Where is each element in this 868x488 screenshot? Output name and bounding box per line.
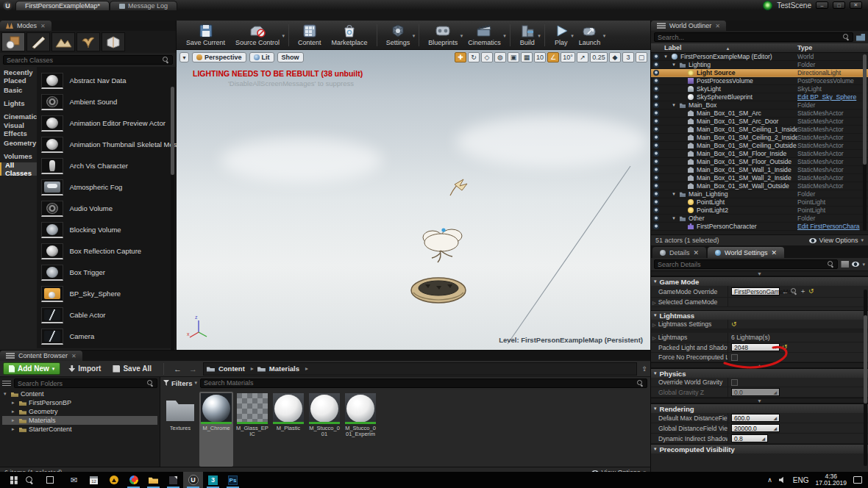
add-filter-icon[interactable] (856, 34, 865, 41)
details-search-input[interactable] (658, 261, 825, 268)
placeable-class-row[interactable]: Box Trigger (41, 262, 189, 283)
actor-type[interactable]: StaticMeshActor (797, 118, 868, 125)
visibility-eye-icon[interactable] (653, 62, 659, 68)
folder-tree-row[interactable]: ▸ FirstPersonBP (2, 398, 157, 407)
outliner-scrollbar-thumb[interactable] (863, 54, 867, 165)
class-thumbnail[interactable] (41, 115, 63, 132)
category-item[interactable]: Lights (0, 96, 37, 110)
outliner-row[interactable]: SkySphereBlueprint Edit BP_Sky_Sphere (651, 93, 868, 101)
volume-icon[interactable] (779, 476, 786, 484)
asset-tile[interactable]: M_Glass_EPIC (235, 392, 269, 467)
browse-icon[interactable] (791, 288, 797, 295)
asset-tile[interactable]: Textures (163, 392, 197, 467)
foliage-mode-button[interactable] (77, 32, 100, 51)
section-collapser[interactable]: ▼ (651, 270, 868, 276)
scale-tool-button[interactable]: ◇ (481, 52, 493, 62)
expand-arrow-icon[interactable]: ▸ (12, 409, 17, 415)
reset-to-default-icon[interactable] (782, 344, 788, 351)
browser-app-button[interactable] (124, 472, 143, 488)
class-thumbnail[interactable] (41, 201, 63, 217)
class-thumbnail[interactable] (41, 286, 63, 302)
outliner-row[interactable]: Main_Box_01_SM_Wall_Outside StaticMeshAc… (651, 182, 868, 190)
visibility-eye-icon[interactable] (653, 223, 659, 229)
actor-type[interactable]: Edit BP_Sky_Sphere (797, 93, 868, 101)
lock-icon[interactable]: ⇪ (641, 365, 647, 373)
modes-tab[interactable]: Modes ✕ (0, 21, 51, 31)
placeable-class-row[interactable]: Abstract Nav Data (41, 70, 189, 91)
expand-arrow-icon[interactable]: ▾ (671, 102, 677, 108)
expand-arrow-icon[interactable]: ▸ (12, 400, 17, 406)
actor-type[interactable]: StaticMeshActor (797, 110, 868, 117)
back-button[interactable]: ← (172, 365, 183, 373)
folder-tree-row[interactable]: ▸ Materials (2, 416, 157, 425)
pivot-point[interactable] (441, 228, 445, 232)
unreal-engine-app-button[interactable]: U (183, 472, 203, 488)
visibility-eye-icon[interactable] (653, 199, 659, 205)
window-tab[interactable]: Message Log (110, 1, 177, 10)
outliner-row[interactable]: Main_Box_01_SM_Floor_Outside StaticMeshA… (651, 158, 868, 166)
marketplace-button[interactable]: Marketplace (327, 21, 373, 49)
game-mode-section-header[interactable]: Game Mode (651, 276, 868, 286)
visibility-eye-icon[interactable] (653, 207, 659, 213)
dynamic-shadows-field[interactable]: 0.8 (731, 434, 768, 442)
notes-app-button[interactable] (163, 472, 183, 488)
actor-type[interactable]: PointLight (797, 198, 868, 206)
asset-tile[interactable]: M_Stucco_001_Experimental (344, 392, 377, 467)
gamemode-override-dropdown[interactable]: FirstPersonGameMo (731, 287, 780, 295)
viewport-options-button[interactable] (179, 52, 189, 62)
asset-thumbnail[interactable] (273, 393, 304, 424)
maximize-button[interactable] (833, 1, 845, 9)
details-tab[interactable]: Details ✕ (652, 247, 706, 258)
outliner-row[interactable]: ▾ FirstPersonExampleMap (Editor) World (651, 53, 868, 61)
angle-snap-button[interactable]: ∠ (547, 52, 559, 62)
category-item[interactable]: Recently Placed (0, 70, 37, 83)
tree-sprite[interactable] (423, 229, 462, 262)
notification-center-icon[interactable] (853, 476, 862, 484)
play-button[interactable]: Play ▾ (549, 21, 574, 49)
forward-button[interactable]: → (188, 365, 199, 373)
visibility-eye-icon[interactable] (653, 126, 659, 132)
placeable-class-row[interactable]: Camera (41, 326, 189, 347)
breadcrumb-item[interactable]: Content (207, 365, 256, 373)
settings-button[interactable]: Settings ▾ (381, 21, 416, 49)
perspective-button[interactable]: Perspective (192, 52, 246, 62)
visibility-eye-icon[interactable] (653, 143, 659, 148)
arc-mesh[interactable] (411, 278, 466, 303)
reset-to-default-icon[interactable] (731, 321, 737, 328)
dropdown-caret-icon[interactable]: ▾ (503, 33, 506, 39)
launch-button[interactable]: Launch ▾ (574, 21, 606, 49)
visibility-eye-icon[interactable] (653, 110, 659, 116)
landscape-mode-button[interactable] (51, 32, 75, 51)
outliner-row[interactable]: Main_Box_01_SM_Wall_1_Inside StaticMeshA… (651, 166, 868, 174)
placeable-class-row[interactable]: Animation Thumbnail Skeletal Mes (41, 134, 189, 155)
actor-type[interactable]: StaticMeshActor (797, 150, 868, 157)
minimize-button[interactable] (816, 1, 828, 9)
actor-type[interactable]: StaticMeshActor (797, 126, 868, 133)
import-button[interactable]: Import (65, 362, 104, 375)
task-view-button[interactable] (40, 472, 60, 488)
outliner-row[interactable]: PointLight2 PointLight (651, 207, 868, 215)
content-button[interactable]: Content (293, 21, 327, 49)
use-selected-icon[interactable]: ← (782, 288, 789, 295)
world-settings-tab[interactable]: World Settings ✕ (708, 247, 784, 258)
visibility-eye-icon[interactable] (653, 54, 659, 60)
dropdown-caret-icon[interactable]: ▾ (603, 33, 606, 39)
class-thumbnail[interactable] (41, 137, 63, 153)
filters-button[interactable]: Filters (163, 379, 197, 387)
outliner-row[interactable]: Main_Box_01_SM_Arc_Door StaticMeshActor (651, 118, 868, 126)
expand-arrow-icon[interactable]: ▸ (12, 417, 17, 423)
details-view-options[interactable] (852, 262, 865, 268)
class-thumbnail[interactable] (41, 222, 63, 238)
asset-tile[interactable]: M_Stucco_001 (307, 392, 341, 467)
asset-thumbnail[interactable] (345, 393, 376, 424)
expand-arrow-icon[interactable]: ▾ (671, 191, 677, 197)
sort-arrow-icon[interactable] (726, 44, 730, 51)
lightmaps-row[interactable]: Lightmaps 6 Lightmap(s) (651, 333, 868, 342)
outliner-row[interactable]: Main_Box_01_SM_Wall_2_Inside StaticMeshA… (651, 174, 868, 182)
outliner-search-input[interactable] (658, 34, 840, 41)
actor-type[interactable]: Folder (797, 61, 868, 68)
asset-thumbnail[interactable] (237, 393, 268, 424)
global-distancefield-field[interactable]: 20000.0 (731, 424, 780, 432)
placeable-class-row[interactable]: Ambient Sound (41, 91, 189, 112)
modes-scrollbar[interactable] (171, 87, 174, 366)
